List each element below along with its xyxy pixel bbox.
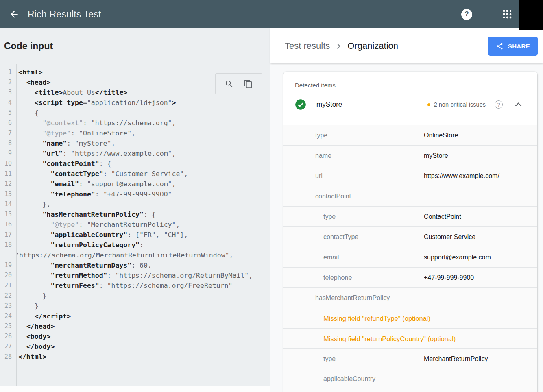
issues-badge: 2 non-critical issues ? <box>427 100 522 109</box>
horizontal-scrollbar[interactable] <box>0 386 270 392</box>
property-value: +47-99-999-9900 <box>424 274 474 281</box>
line-number: 10 <box>0 159 15 169</box>
entity-name: myStore <box>316 100 342 109</box>
line-number: 6 <box>0 118 15 128</box>
line-number: 1 <box>0 67 15 77</box>
warning-text: Missing field "returnPolicyCountry" (opt… <box>323 335 456 342</box>
breadcrumb-test-results[interactable]: Test results <box>285 41 330 51</box>
results-header: Test results Organization SHARE <box>270 28 543 63</box>
line-number: 12 <box>0 179 15 189</box>
property-label: name <box>315 152 331 159</box>
code-line: 13 "telephone": "+47-99-999-9900" <box>0 189 270 199</box>
line-number: 13 <box>0 189 15 199</box>
code-line: 21 "returnFees": "https://schema.org/Fre… <box>0 281 270 291</box>
code-line: 9 "url": "https://www.example.com", <box>0 148 270 159</box>
collapse-button[interactable] <box>515 102 522 107</box>
detected-items-label: Detected items <box>295 82 522 89</box>
code-line: "https://schema.org/MerchantReturnFinite… <box>0 250 270 260</box>
property-label: type <box>315 132 327 139</box>
property-table: typeOnlineStorenamemyStoreurlhttps://www… <box>283 125 537 392</box>
line-number: 24 <box>0 311 15 321</box>
apps-grid-icon <box>502 9 512 19</box>
property-row: contactPoint <box>283 186 537 206</box>
results-body: Detected items myStore 2 non-critical is… <box>270 63 543 392</box>
app-bar-actions: ? <box>461 9 512 20</box>
profile-area[interactable] <box>519 0 543 30</box>
arrow-left-icon <box>9 9 20 20</box>
warning-row[interactable]: Missing field "refundType" (optional) <box>283 308 537 328</box>
code-line: 5 { <box>0 108 270 118</box>
line-number: 22 <box>0 291 15 301</box>
property-row: typeOnlineStore <box>283 125 537 145</box>
line-number: 9 <box>0 148 15 159</box>
line-number: 17 <box>0 230 15 240</box>
property-value: Customer Service <box>424 233 475 241</box>
issues-help-button[interactable]: ? <box>495 100 503 109</box>
line-number: 15 <box>0 209 15 220</box>
line-number: 2 <box>0 77 15 87</box>
line-number: 26 <box>0 331 15 342</box>
question-mark-icon: ? <box>497 102 500 108</box>
line-number: 4 <box>0 98 15 108</box>
property-label: telephone <box>323 274 352 281</box>
app-bar: Rich Results Test ? <box>0 0 543 28</box>
breadcrumb-current: Organization <box>347 41 398 51</box>
line-number <box>0 250 15 260</box>
entity-row: myStore 2 non-critical issues ? <box>295 99 522 110</box>
property-label: applicableCountry <box>323 375 375 383</box>
test-results-panel: Test results Organization SHARE Detected… <box>270 28 543 392</box>
code-line: 24 </script> <box>0 311 270 321</box>
line-number: 18 <box>0 240 15 250</box>
code-editor[interactable]: 1<html>2 <head>3 <title>About Us</title>… <box>0 64 270 392</box>
code-line: 12 "email": "support@example.com", <box>0 179 270 189</box>
line-number: 20 <box>0 270 15 281</box>
share-button[interactable]: SHARE <box>488 37 538 56</box>
warning-row[interactable]: Missing field "returnPolicyCountry" (opt… <box>283 328 537 348</box>
check-circle-icon <box>295 99 306 110</box>
line-number: 21 <box>0 281 15 291</box>
property-row: telephone+47-99-999-9900 <box>283 267 537 287</box>
code-line: 17 "applicableCountry": ["FR", "CH"], <box>0 230 270 240</box>
back-button[interactable] <box>6 6 23 23</box>
code-line: 25 </head> <box>0 321 270 331</box>
code-line: 23 } <box>0 301 270 311</box>
property-value: https://www.example.com/ <box>424 172 499 180</box>
line-number: 25 <box>0 321 15 331</box>
search-icon <box>225 79 234 89</box>
share-icon <box>496 42 504 50</box>
help-button[interactable]: ? <box>461 9 472 20</box>
chevron-right-icon <box>336 43 341 50</box>
code-line: 7 "@type": "OnlineStore", <box>0 128 270 138</box>
code-line: 11 "contactType": "Customer Service", <box>0 169 270 179</box>
chevron-up-icon <box>515 102 522 107</box>
code-line: 20 "returnMethod": "https://schema.org/R… <box>0 270 270 281</box>
property-label: hasMerchantReturnPolicy <box>315 294 390 302</box>
line-number: 27 <box>0 342 15 352</box>
property-value: OnlineStore <box>424 132 458 139</box>
warning-dot-icon <box>427 103 430 106</box>
code-line: 19 "merchantReturnDays": 60, <box>0 260 270 270</box>
property-label: contactPoint <box>315 193 351 200</box>
line-number: 28 <box>0 352 15 362</box>
property-label: email <box>323 254 339 261</box>
property-label: type <box>323 355 336 363</box>
line-number: 8 <box>0 138 15 148</box>
code-line: 27 </body> <box>0 342 270 352</box>
property-value: ContactPoint <box>424 213 461 220</box>
copy-code-button[interactable] <box>244 79 253 89</box>
property-label: url <box>315 172 323 180</box>
code-line: 28</html> <box>0 352 270 362</box>
card-header: Detected items myStore 2 non-critical is… <box>283 72 537 125</box>
line-number: 19 <box>0 260 15 270</box>
copy-icon <box>244 79 253 89</box>
property-value: support@example.com <box>424 254 491 261</box>
apps-grid-button[interactable] <box>502 9 512 19</box>
question-mark-icon: ? <box>464 10 469 18</box>
code-line: 10 "contactPoint": { <box>0 159 270 169</box>
app-title: Rich Results Test <box>28 9 101 20</box>
detected-items-card: Detected items myStore 2 non-critical is… <box>283 72 537 392</box>
line-number: 7 <box>0 128 15 138</box>
property-row: typeMerchantReturnPolicy <box>283 348 537 369</box>
property-row: urlhttps://www.example.com/ <box>283 166 537 186</box>
search-code-button[interactable] <box>225 79 234 89</box>
